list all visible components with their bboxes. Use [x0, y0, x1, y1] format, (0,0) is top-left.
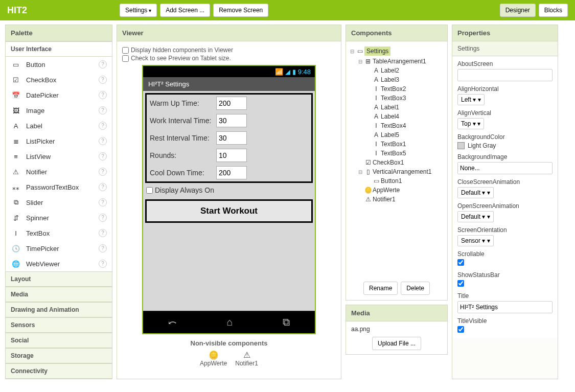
help-icon[interactable]: ? — [99, 198, 107, 206]
field-input[interactable] — [216, 166, 247, 179]
palette-item-image[interactable]: 🖼Image? — [6, 103, 112, 118]
nav-back-icon[interactable]: ⤺ — [168, 316, 177, 329]
palette-item-listpicker[interactable]: ≣ListPicker? — [6, 133, 112, 149]
tree-node-checkbox1[interactable]: ☑CheckBox1 — [349, 158, 444, 167]
prop-statusbar-checkbox[interactable] — [457, 280, 464, 287]
nav-recent-icon[interactable]: ⧉ — [283, 316, 290, 328]
tree-node-textbox1[interactable]: ITextBox1 — [349, 140, 444, 149]
palette-item-webviewer[interactable]: 🌐WebViewer? — [6, 256, 112, 271]
prop-openanim-select[interactable]: Default ▾ — [457, 211, 494, 222]
tree-node-label3[interactable]: ALabel3 — [349, 75, 444, 84]
palette-cat-media[interactable]: Media — [6, 287, 112, 302]
add-screen-button[interactable]: Add Screen ... — [160, 4, 210, 17]
palette-cat-connectivity[interactable]: Connectivity — [6, 363, 112, 379]
upload-file-button[interactable]: Upload File ... — [372, 337, 421, 350]
field-input[interactable] — [216, 149, 247, 162]
help-icon[interactable]: ? — [99, 168, 107, 176]
tree-node-button1[interactable]: ▭Button1 — [349, 176, 444, 186]
tree-node-textbox4[interactable]: ITextBox4 — [349, 121, 444, 130]
prop-scroll-checkbox[interactable] — [457, 259, 464, 266]
start-workout-button[interactable]: Start Workout — [147, 201, 311, 221]
tree-node-label5[interactable]: ALabel5 — [349, 130, 444, 140]
display-hidden-checkbox[interactable] — [122, 47, 129, 54]
help-icon[interactable]: ? — [99, 244, 107, 252]
field-input[interactable] — [216, 114, 247, 127]
prop-alignh-select[interactable]: Left ▾ — [457, 94, 485, 105]
nav-home-icon[interactable]: ⌂ — [226, 316, 233, 328]
field-input[interactable] — [216, 131, 247, 145]
component-type-icon: ▯ — [363, 168, 373, 175]
nv-item-notifier1[interactable]: ⚠Notifier1 — [235, 350, 258, 367]
palette-cat-sensors[interactable]: Sensors — [6, 317, 112, 333]
tree-node-notifier1[interactable]: ⚠Notifier1 — [349, 195, 444, 204]
tree-node-textbox2[interactable]: ITextBox2 — [349, 84, 444, 94]
palette-item-passwordtextbox[interactable]: ⁎⁎PasswordTextBox? — [6, 179, 112, 195]
media-file[interactable]: aa.png — [351, 326, 442, 333]
tree-node-label2[interactable]: ALabel2 — [349, 66, 444, 75]
designer-tab[interactable]: Designer — [500, 4, 536, 17]
component-type-icon: ⊞ — [363, 58, 373, 65]
palette-item-listview[interactable]: ≡ListView? — [6, 149, 112, 164]
blocks-tab[interactable]: Blocks — [539, 4, 568, 17]
project-title: HIT2 — [7, 5, 27, 16]
help-icon[interactable]: ? — [99, 229, 107, 237]
notifier-icon: ⚠ — [11, 168, 21, 176]
tree-node-textbox5[interactable]: ITextBox5 — [349, 149, 444, 158]
palette-item-spinner[interactable]: ⇵Spinner? — [6, 210, 112, 225]
palette-item-datepicker[interactable]: 📅DatePicker? — [6, 87, 112, 103]
tree-node-verticalarrangement1[interactable]: ⊟▯VerticalArrangement1 — [349, 167, 444, 176]
prop-title-input[interactable] — [457, 301, 553, 313]
tree-node-tablearrangement1[interactable]: ⊟⊞TableArrangement1 — [349, 57, 444, 66]
display-always-on-checkbox[interactable] — [146, 187, 153, 194]
help-icon[interactable]: ? — [99, 137, 107, 145]
palette-item-label[interactable]: ALabel? — [6, 118, 112, 133]
tree-node-appwerte[interactable]: 🪙AppWerte — [349, 186, 444, 195]
palette-cat-user-interface[interactable]: User Interface — [6, 41, 112, 57]
help-icon[interactable]: ? — [99, 214, 107, 222]
help-icon[interactable]: ? — [99, 183, 107, 191]
palette-cat-storage[interactable]: Storage — [6, 348, 112, 363]
viewer-panel: Viewer Display hidden components in View… — [117, 25, 341, 379]
prop-openanim-label: OpenScreenAnimation — [457, 202, 553, 210]
phone-clock: 9:48 — [298, 68, 311, 76]
palette-cat-layout[interactable]: Layout — [6, 271, 112, 287]
palette-item-checkbox[interactable]: ☑CheckBox? — [6, 72, 112, 87]
color-swatch-icon[interactable] — [457, 142, 465, 149]
palette-item-timepicker[interactable]: 🕓TimePicker? — [6, 241, 112, 256]
prop-titlevis-checkbox[interactable] — [457, 326, 464, 333]
tree-toggle-icon[interactable]: ⊟ — [349, 49, 355, 54]
prop-bgimg-input[interactable] — [457, 162, 553, 174]
tree-node-label4[interactable]: ALabel4 — [349, 112, 444, 121]
tree-node-textbox3[interactable]: ITextBox3 — [349, 94, 444, 103]
image-icon: 🖼 — [11, 106, 21, 114]
help-icon[interactable]: ? — [99, 122, 107, 130]
help-icon[interactable]: ? — [99, 60, 107, 68]
help-icon[interactable]: ? — [99, 106, 107, 114]
palette-item-textbox[interactable]: ITextBox? — [6, 225, 112, 241]
help-icon[interactable]: ? — [99, 152, 107, 160]
component-type-icon: ▭ — [355, 48, 364, 55]
prop-closeanim-select[interactable]: Default ▾ — [457, 187, 494, 198]
palette-cat-social[interactable]: Social — [6, 333, 112, 348]
tree-node-label1[interactable]: ALabel1 — [349, 103, 444, 112]
rename-button[interactable]: Rename — [363, 282, 398, 295]
palette-item-slider[interactable]: ⧉Slider? — [6, 195, 112, 210]
nv-item-appwerte[interactable]: 🪙AppWerte — [200, 350, 227, 367]
tree-toggle-icon[interactable]: ⊟ — [357, 169, 363, 175]
help-icon[interactable]: ? — [99, 91, 107, 99]
palette-cat-drawing[interactable]: Drawing and Animation — [6, 302, 112, 317]
tree-node-settings[interactable]: ⊟▭Settings — [349, 45, 444, 57]
prop-alignv-select[interactable]: Top ▾ — [457, 118, 484, 129]
palette-item-notifier[interactable]: ⚠Notifier? — [6, 164, 112, 179]
field-input[interactable] — [216, 97, 247, 110]
remove-screen-button[interactable]: Remove Screen — [213, 4, 268, 17]
delete-button[interactable]: Delete — [401, 282, 430, 295]
screen-dropdown[interactable]: Settings — [120, 4, 157, 17]
tree-toggle-icon[interactable]: ⊟ — [357, 59, 363, 64]
prop-orient-select[interactable]: Sensor ▾ — [457, 235, 494, 246]
palette-item-button[interactable]: ▭Button? — [6, 57, 112, 72]
prop-about-input[interactable] — [457, 69, 553, 81]
preview-tablet-checkbox[interactable] — [122, 55, 129, 62]
help-icon[interactable]: ? — [99, 260, 107, 268]
help-icon[interactable]: ? — [99, 76, 107, 84]
